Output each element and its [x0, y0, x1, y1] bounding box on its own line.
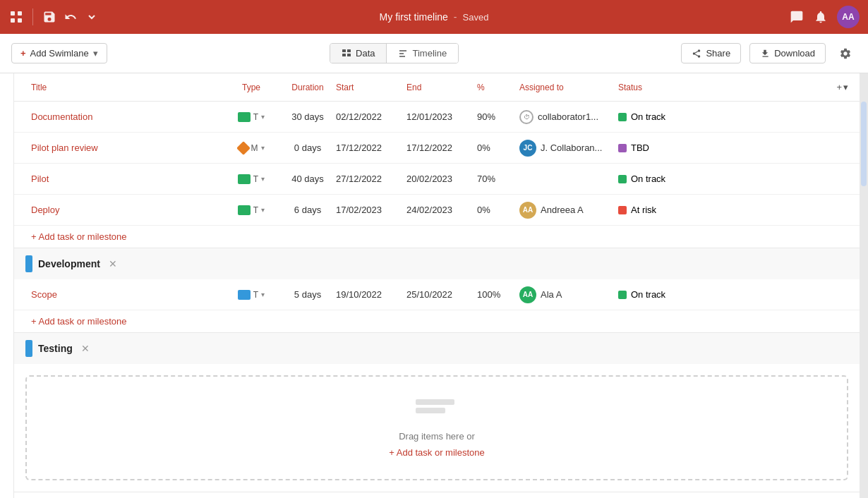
table-area[interactable]: Title Type Duration Start End % Assigned… [14, 73, 860, 498]
task-assigned: AA Andreea A [519, 202, 618, 219]
task-status: TBD [618, 142, 703, 153]
svg-rect-4 [342, 49, 346, 52]
task-row[interactable]: Pilot plan review M ▾ 0 days 17/12/2022 … [14, 133, 860, 164]
undo-icon[interactable] [63, 9, 78, 25]
task-title[interactable]: Deploy [25, 205, 223, 215]
task-type: T ▾ [223, 290, 279, 300]
svg-rect-16 [416, 399, 454, 405]
task-end: 24/02/2023 [406, 205, 477, 215]
task-assigned: JC J. Collaboran... [519, 140, 618, 157]
grid-icon[interactable] [8, 9, 24, 25]
swimlane-name: Testing [38, 343, 73, 354]
redo-chevron-icon[interactable] [84, 9, 100, 25]
assigned-name: Andreea A [541, 205, 584, 215]
add-column-button[interactable]: + ▾ [836, 82, 848, 92]
swimlane-header: Testing ✕ [14, 333, 860, 364]
chat-icon[interactable] [789, 9, 804, 25]
assigned-name: Ala A [541, 289, 562, 300]
swimlane-testing: Testing ✕ Drag items here or + Add task … [14, 333, 860, 492]
drag-drop-zone: Drag items here or + Add task or milesto… [25, 375, 848, 480]
save-icon[interactable] [42, 9, 57, 25]
download-button[interactable]: Download [749, 43, 826, 63]
bell-icon[interactable] [813, 9, 828, 25]
col-type-header: Type [223, 83, 279, 92]
svg-rect-0 [11, 11, 15, 16]
type-chevron-icon[interactable]: ▾ [261, 144, 265, 152]
type-chevron-icon[interactable]: ▾ [261, 175, 265, 183]
scrollbar-thumb[interactable] [861, 102, 867, 186]
swimlane-name: Development [38, 258, 100, 269]
task-pct: 70% [477, 174, 519, 184]
download-label: Download [774, 48, 815, 59]
col-title-header: Title [25, 83, 223, 92]
type-chevron-icon[interactable]: ▾ [261, 113, 265, 121]
swimlane-development: Development ✕ Scope T ▾ 5 days 19/10/202… [14, 248, 860, 333]
svg-line-15 [695, 51, 698, 52]
type-label: T [253, 174, 258, 184]
task-status: On track [618, 289, 703, 300]
task-assigned: ⏱ collaborator1... [519, 110, 618, 124]
task-type: T ▾ [223, 112, 279, 122]
status-dot-icon [618, 113, 627, 121]
task-row[interactable]: Pilot T ▾ 40 days 27/12/2022 20/02/2023 … [14, 164, 860, 195]
right-scrollbar[interactable] [860, 73, 868, 498]
add-task-label: + Add task or milestone [31, 231, 127, 242]
status-dot-icon [618, 291, 627, 299]
task-duration: 6 days [279, 205, 336, 215]
task-assigned: AA Ala A [519, 286, 618, 303]
task-status: On track [618, 111, 703, 122]
add-col-chevron-icon: ▾ [843, 82, 848, 92]
type-color-badge [238, 205, 251, 215]
svg-rect-5 [347, 49, 351, 52]
drag-add-link[interactable]: + Add task or milestone [389, 447, 485, 458]
task-title[interactable]: Documentation [25, 111, 223, 122]
drag-text: Drag items here or [399, 431, 475, 442]
task-row[interactable]: Documentation T ▾ 30 days 02/12/2022 12/… [14, 102, 860, 133]
type-label: T [253, 205, 258, 215]
top-bar: My first timeline - Saved AA [0, 0, 868, 34]
column-headers: Title Type Duration Start End % Assigned… [14, 73, 860, 102]
svg-line-14 [695, 54, 698, 55]
task-duration: 5 days [279, 289, 336, 300]
top-bar-right: AA [789, 6, 860, 28]
swimlane-close-button[interactable]: ✕ [109, 258, 117, 269]
avatar-icon: AA [519, 202, 536, 219]
type-chevron-icon[interactable]: ▾ [261, 291, 265, 298]
add-task-button[interactable]: + Add task or milestone [14, 310, 860, 332]
user-avatar[interactable]: AA [837, 6, 860, 28]
type-color-badge [238, 112, 251, 122]
task-end: 25/10/2022 [406, 289, 477, 300]
col-assigned-header: Assigned to [519, 83, 618, 92]
task-row[interactable]: Scope T ▾ 5 days 19/10/2022 25/10/2022 1… [14, 279, 860, 310]
top-bar-left [8, 8, 100, 25]
col-end-header: End [406, 83, 477, 92]
task-title[interactable]: Pilot plan review [25, 142, 223, 153]
task-title[interactable]: Pilot [25, 174, 223, 184]
type-label: T [253, 112, 258, 122]
left-gutter [0, 73, 14, 498]
status-label: On track [631, 289, 665, 300]
settings-button[interactable] [834, 42, 857, 65]
main-content: Title Type Duration Start End % Assigned… [0, 73, 868, 498]
tab-timeline[interactable]: Timeline [387, 44, 458, 63]
share-button[interactable]: Share [681, 43, 741, 63]
avatar-icon: JC [519, 140, 536, 157]
clock-avatar-icon: ⏱ [519, 110, 534, 124]
status-dot-icon [618, 206, 627, 214]
add-task-button[interactable]: + Add task or milestone [14, 226, 860, 248]
task-duration: 40 days [279, 174, 336, 184]
type-chevron-icon[interactable]: ▾ [261, 206, 265, 214]
task-end: 20/02/2023 [406, 174, 477, 184]
swimlane-close-button[interactable]: ✕ [81, 343, 90, 354]
task-end: 12/01/2023 [406, 111, 477, 122]
tab-data[interactable]: Data [330, 44, 387, 63]
swimlane-default: Documentation T ▾ 30 days 02/12/2022 12/… [14, 102, 860, 248]
task-duration: 30 days [279, 111, 336, 122]
task-row[interactable]: Deploy T ▾ 6 days 17/02/2023 24/02/2023 … [14, 195, 860, 226]
status-label: On track [631, 174, 665, 184]
plus-icon: + [20, 48, 26, 59]
status-label: TBD [631, 142, 649, 153]
drag-drop-icon [416, 398, 458, 420]
add-swimlane-button[interactable]: + Add Swimlane ▾ [11, 43, 107, 63]
task-title[interactable]: Scope [25, 289, 223, 300]
